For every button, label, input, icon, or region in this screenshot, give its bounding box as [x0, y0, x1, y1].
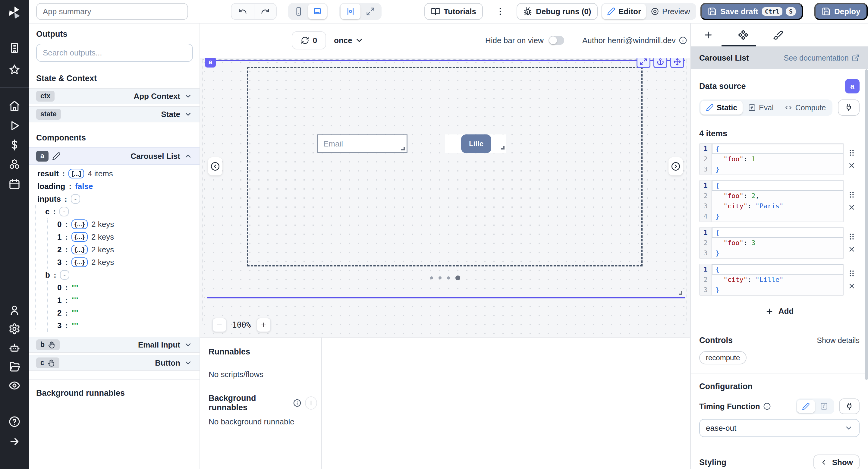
tutorials-button[interactable]: Tutorials [424, 3, 483, 20]
center-layout-button[interactable] [341, 4, 361, 19]
tree-expand-badge[interactable]: - [59, 207, 69, 216]
carousel-item-container[interactable] [247, 67, 643, 267]
eval-mode-button[interactable]: Eval [743, 101, 779, 115]
output-tree-row[interactable]: 2:{...}2 keys [29, 243, 199, 256]
state-row[interactable]: state State [29, 106, 199, 122]
lille-button-component[interactable]: Lille [461, 134, 491, 153]
tree-expand-badge[interactable]: - [60, 270, 69, 280]
more-menu-kebab-icon[interactable] [495, 3, 505, 20]
app-summary-input[interactable] [36, 3, 188, 20]
mobile-view-button[interactable] [289, 4, 308, 19]
styling-tab[interactable] [761, 30, 796, 40]
show-details-link[interactable]: Show details [817, 336, 860, 345]
drag-handle-icon[interactable] [848, 270, 856, 277]
insert-component-tab[interactable] [691, 30, 726, 40]
component-row-a[interactable]: a Carousel List [29, 147, 199, 165]
output-tree-row[interactable]: b:- [29, 269, 199, 281]
ai-bot-icon[interactable] [8, 342, 21, 354]
tree-expand-badge[interactable]: {...} [71, 219, 88, 229]
preview-tab[interactable]: Preview [646, 4, 695, 19]
schedule-select[interactable]: once [334, 31, 364, 50]
email-input-component[interactable]: Email [317, 134, 407, 153]
carousel-dot-active[interactable] [456, 276, 460, 280]
tree-expand-badge[interactable]: {...} [71, 245, 88, 254]
delete-item-icon[interactable] [848, 162, 856, 169]
runs-play-icon[interactable] [8, 119, 21, 132]
rename-pencil-icon[interactable] [52, 152, 61, 160]
users-icon[interactable] [8, 304, 21, 316]
timing-function-select[interactable]: ease-out [699, 419, 860, 437]
static-pencil-button[interactable] [797, 400, 815, 413]
favorites-star-icon[interactable] [8, 63, 21, 76]
deploy-button[interactable]: Deploy [814, 3, 868, 20]
debug-runs-button[interactable]: Debug runs (0) [517, 3, 598, 20]
json-editor[interactable]: 1{2 "foo": 13} [699, 143, 844, 175]
refresh-count-button[interactable]: 0 [292, 31, 326, 50]
component-row-b[interactable]: b Email Input [29, 337, 199, 353]
output-tree-row[interactable]: 2:"" [29, 307, 199, 319]
editor-tab[interactable]: Editor [602, 4, 646, 19]
resize-handle[interactable] [679, 291, 682, 295]
search-outputs-input[interactable] [36, 44, 193, 62]
tree-expand-badge[interactable]: {...} [71, 232, 88, 242]
save-draft-button[interactable]: Save draft Ctrl S [701, 3, 803, 20]
json-editor[interactable]: 1{2 "foo": 2,3 "city": "Paris"4} [699, 180, 844, 222]
info-icon[interactable] [679, 36, 687, 44]
see-documentation-link[interactable]: See documentation [784, 54, 860, 62]
variables-dollar-icon[interactable] [8, 139, 21, 151]
carousel-dot[interactable] [430, 276, 433, 279]
output-tree-row[interactable]: 1:{...}2 keys [29, 230, 199, 243]
redo-button[interactable] [254, 4, 276, 19]
move-component-button[interactable] [670, 58, 684, 68]
scrollbar-thumb[interactable] [865, 69, 868, 380]
desktop-view-button[interactable] [308, 4, 327, 19]
delete-item-icon[interactable] [848, 282, 856, 290]
static-mode-button[interactable]: Static [701, 101, 743, 115]
json-editor[interactable]: 1{2 "city": "Lille"3} [699, 264, 844, 296]
component-row-c[interactable]: c Button [29, 355, 199, 371]
output-tree-row[interactable]: 0:"" [29, 281, 199, 294]
undo-button[interactable] [231, 4, 254, 19]
output-tree-row[interactable]: 3:{...}2 keys [29, 256, 199, 269]
output-tree-row[interactable]: result:[...]4 items [29, 167, 199, 180]
tree-expand-badge[interactable]: - [71, 194, 80, 204]
output-tree-row[interactable]: 0:{...}2 keys [29, 218, 199, 230]
json-editor[interactable]: 1{2 "foo": 33} [699, 227, 844, 259]
carousel-dot[interactable] [438, 276, 441, 279]
resources-boxes-icon[interactable] [8, 158, 21, 170]
output-tree-row[interactable]: 3:"" [29, 319, 199, 332]
hide-bar-toggle[interactable] [549, 36, 564, 45]
drag-handle-icon[interactable] [848, 191, 856, 199]
resize-handle[interactable] [401, 147, 405, 150]
compute-mode-button[interactable]: Compute [779, 101, 831, 115]
carousel-next-button[interactable] [669, 157, 683, 176]
eval-function-button[interactable] [815, 400, 833, 413]
output-tree-row[interactable]: 1:"" [29, 294, 199, 307]
workspace-icon[interactable] [8, 41, 21, 54]
ctx-row[interactable]: ctx App Context [29, 88, 199, 104]
delete-item-icon[interactable] [848, 245, 856, 253]
connect-plug-button[interactable] [838, 99, 860, 116]
component-settings-tab[interactable] [726, 30, 761, 40]
info-icon[interactable] [293, 399, 301, 407]
output-tree-row[interactable]: c:- [29, 205, 199, 218]
carousel-dot[interactable] [447, 276, 450, 279]
home-icon[interactable] [8, 99, 21, 112]
schedules-calendar-icon[interactable] [8, 178, 21, 190]
recompute-badge[interactable]: recompute [699, 351, 747, 365]
add-background-runnable-button[interactable] [305, 396, 317, 410]
zoom-in-button[interactable]: + [256, 318, 271, 332]
tree-expand-badge[interactable]: {...} [71, 257, 88, 267]
carousel-prev-button[interactable] [208, 157, 222, 176]
drag-handle-icon[interactable] [848, 233, 856, 241]
add-item-button[interactable]: Add [765, 307, 794, 316]
show-styling-button[interactable]: Show [813, 455, 860, 469]
output-tree-row[interactable]: inputs:- [29, 193, 199, 205]
windmill-logo-icon[interactable] [7, 5, 22, 23]
full-width-button[interactable] [361, 4, 380, 19]
tree-expand-badge[interactable]: [...] [68, 169, 84, 179]
zoom-out-button[interactable]: − [212, 318, 227, 332]
drag-handle-icon[interactable] [848, 149, 856, 157]
help-icon[interactable] [8, 415, 21, 428]
collapse-arrow-icon[interactable] [8, 435, 21, 447]
